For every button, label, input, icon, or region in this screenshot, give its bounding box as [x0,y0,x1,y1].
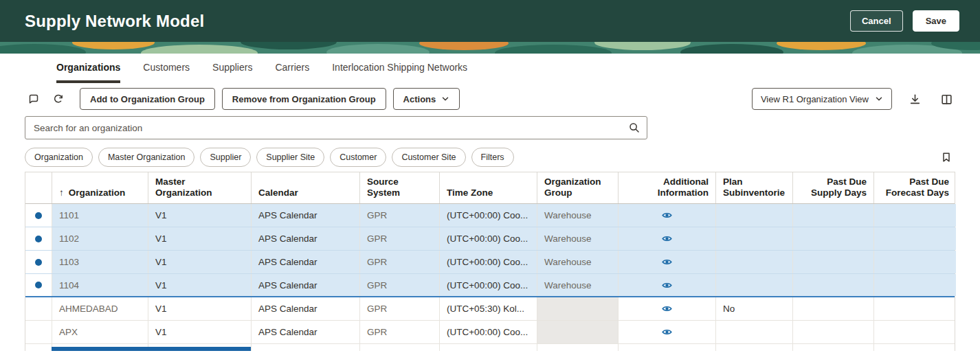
cell-time-zone[interactable]: (UTC+00:00) Coo... [439,274,537,296]
split-columns-icon[interactable] [937,90,955,108]
comment-icon[interactable] [25,90,43,108]
table-row[interactable]: 1104 V1 APS Calendar GPR (UTC+00:00) Coo… [25,274,955,297]
cell-plan-subinventories[interactable] [715,274,792,296]
cell-organization-group[interactable] [537,321,618,343]
cell-time-zone[interactable]: (UTC+00:00) Coo... [439,204,537,227]
row-selector-cell[interactable] [25,321,52,343]
cell-calendar[interactable]: APS Calendar [251,204,359,227]
tab-suppliers[interactable]: Suppliers [212,62,252,83]
header-master-organization[interactable]: Master Organization [148,172,251,203]
cell-master-organization[interactable]: V1 [148,321,251,343]
tab-customers[interactable]: Customers [143,62,190,83]
cell-source-system[interactable]: GPR [359,274,439,296]
table-row[interactable]: 1103 V1 APS Calendar GPR (UTC+00:00) Coo… [25,251,955,274]
header-past-due-forecast-days[interactable]: Past Due Forecast Days [873,172,956,203]
row-selector-cell[interactable] [25,274,52,296]
cell-master-organization[interactable]: V1 [148,251,251,273]
cancel-button[interactable]: Cancel [850,10,903,32]
cell-plan-subinventories[interactable] [715,251,792,273]
cell-past-due-forecast-days[interactable] [873,274,956,296]
table-row[interactable]: AHMEDABAD V1 APS Calendar GPR (UTC+05:30… [25,297,955,321]
table-scrollbar-thumb[interactable] [52,347,251,351]
tab-carriers[interactable]: Carriers [275,62,309,83]
cell-time-zone[interactable]: (UTC+00:00) Coo... [439,227,537,250]
eye-icon[interactable] [661,326,673,338]
header-calendar[interactable]: Calendar [251,172,359,203]
cell-organization-group[interactable] [537,297,618,320]
header-time-zone[interactable]: Time Zone [439,172,537,203]
cell-organization[interactable]: 1101 [52,204,148,227]
save-button[interactable]: Save [913,10,959,32]
add-to-organization-group-button[interactable]: Add to Organization Group [80,88,215,110]
view-selector[interactable]: View R1 Organization View [752,88,892,110]
cell-organization-group[interactable]: Warehouse [537,227,618,250]
row-selector-cell[interactable] [25,297,52,320]
filter-chip-filters[interactable]: Filters [471,148,514,167]
cell-organization-group[interactable]: Warehouse [537,251,618,273]
cell-calendar[interactable]: APS Calendar [251,297,359,320]
filter-chip-organization[interactable]: Organization [25,148,93,167]
cell-past-due-forecast-days[interactable] [873,251,956,273]
header-plan-subinventories[interactable]: Plan Subinventorie [715,172,792,203]
table-row[interactable]: 1102 V1 APS Calendar GPR (UTC+00:00) Coo… [25,227,955,251]
cell-plan-subinventories[interactable] [715,321,792,343]
table-row[interactable]: APX V1 APS Calendar GPR (UTC+00:00) Coo.… [25,321,955,344]
cell-past-due-supply-days[interactable] [792,251,873,273]
cell-time-zone[interactable]: (UTC+00:00) Coo... [439,251,537,273]
eye-icon[interactable] [661,256,673,268]
cell-plan-subinventories[interactable]: No [715,297,792,320]
remove-from-organization-group-button[interactable]: Remove from Organization Group [222,88,386,110]
cell-organization[interactable]: 1102 [52,227,148,250]
row-selector-cell[interactable] [25,227,52,250]
cell-master-organization[interactable]: V1 [148,297,251,320]
cell-source-system[interactable]: GPR [359,227,439,250]
cell-past-due-supply-days[interactable] [792,204,873,227]
cell-time-zone[interactable]: (UTC+00:00) Coo... [439,321,537,343]
cell-organization[interactable]: APX [52,321,148,343]
cell-past-due-forecast-days[interactable] [873,204,956,227]
cell-master-organization[interactable]: V1 [148,227,251,250]
eye-icon[interactable] [661,280,673,291]
header-source-system[interactable]: Source System [359,172,439,203]
eye-icon[interactable] [661,233,673,244]
cell-source-system[interactable]: GPR [359,251,439,273]
cell-calendar[interactable]: APS Calendar [251,251,359,273]
refresh-icon[interactable] [49,90,67,108]
cell-organization[interactable]: 1103 [52,251,148,273]
cell-source-system[interactable]: GPR [359,204,439,227]
header-past-due-supply-days[interactable]: Past Due Supply Days [792,172,873,203]
cell-past-due-forecast-days[interactable] [873,297,956,320]
download-icon[interactable] [906,90,924,108]
filter-chip-supplier-site[interactable]: Supplier Site [256,148,324,167]
cell-calendar[interactable]: APS Calendar [251,321,359,343]
tab-interlocation-shipping-networks[interactable]: Interlocation Shipping Networks [332,62,467,83]
eye-icon[interactable] [661,303,673,315]
actions-menu-button[interactable]: Actions [393,88,460,110]
eye-icon[interactable] [661,209,673,221]
row-selector-cell[interactable] [25,251,52,273]
cell-organization[interactable]: AHMEDABAD [52,297,148,320]
cell-past-due-forecast-days[interactable] [873,321,956,343]
cell-organization-group[interactable]: Warehouse [537,204,618,227]
cell-calendar[interactable]: APS Calendar [251,227,359,250]
cell-plan-subinventories[interactable] [715,204,792,227]
cell-plan-subinventories[interactable] [715,227,792,250]
header-organization-group[interactable]: Organization Group [537,172,618,203]
cell-past-due-supply-days[interactable] [792,274,873,296]
cell-organization-group[interactable]: Warehouse [537,274,618,296]
search-input[interactable] [25,116,647,139]
cell-past-due-supply-days[interactable] [792,297,873,320]
cell-source-system[interactable]: GPR [359,297,439,320]
filter-chip-supplier[interactable]: Supplier [200,148,251,167]
cell-master-organization[interactable]: V1 [148,204,251,227]
header-additional-information[interactable]: Additional Information [618,172,715,203]
cell-past-due-supply-days[interactable] [792,227,873,250]
cell-calendar[interactable]: APS Calendar [251,274,359,296]
filter-chip-customer[interactable]: Customer [330,148,386,167]
header-organization[interactable]: ↑ Organization [52,172,148,203]
row-selector-cell[interactable] [25,204,52,227]
bookmark-icon[interactable] [937,148,955,166]
table-row[interactable]: 1101 V1 APS Calendar GPR (UTC+00:00) Coo… [25,204,955,227]
cell-past-due-forecast-days[interactable] [873,227,956,250]
cell-master-organization[interactable]: V1 [148,274,251,296]
